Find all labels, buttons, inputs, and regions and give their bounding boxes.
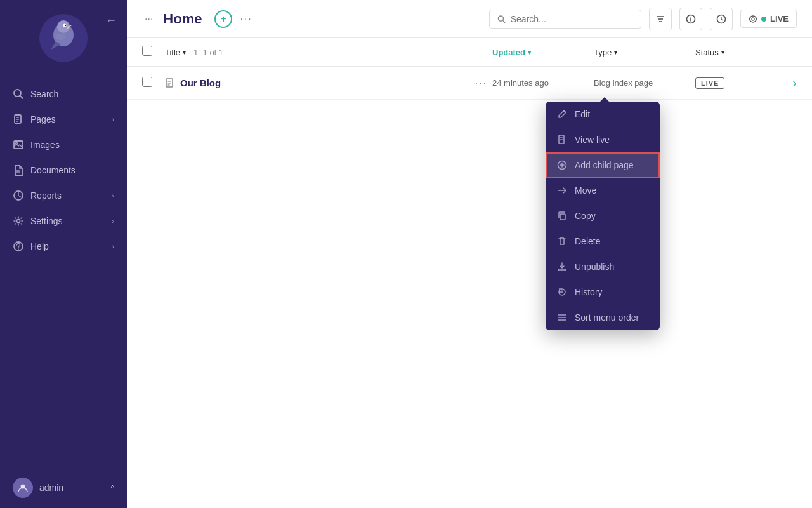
svg-line-9 xyxy=(20,96,23,99)
sidebar-item-reports[interactable]: Reports › xyxy=(0,183,127,208)
chevron-right-icon: › xyxy=(112,116,114,123)
menu-item-label: Add child page xyxy=(575,160,634,170)
document-icon xyxy=(557,135,567,145)
user-menu[interactable]: admin ^ xyxy=(0,467,127,508)
row-checkbox[interactable] xyxy=(142,77,152,87)
page-type-icon xyxy=(165,78,175,88)
dropdown-arrow xyxy=(599,97,610,102)
column-status[interactable]: Status ▾ xyxy=(695,48,771,57)
context-menu-history[interactable]: History xyxy=(546,279,660,305)
context-menu-edit[interactable]: Edit xyxy=(546,102,660,127)
context-menu-move[interactable]: Move xyxy=(546,178,660,203)
sidebar-item-help[interactable]: Help › xyxy=(0,234,127,259)
status-badge: LIVE xyxy=(695,77,724,89)
menu-item-label: View live xyxy=(575,135,610,145)
search-box xyxy=(489,10,641,29)
settings-icon xyxy=(13,215,24,227)
row-updated: 24 minutes ago xyxy=(492,78,594,88)
sidebar-item-search[interactable]: Search xyxy=(0,81,127,107)
row-page-title: Our Blog xyxy=(180,77,221,88)
menu-item-label: Move xyxy=(575,185,596,196)
sort-updated-icon: ▾ xyxy=(528,49,531,56)
context-menu-copy[interactable]: Copy xyxy=(546,203,660,229)
context-menu-view-live[interactable]: View live xyxy=(546,127,660,152)
row-more-button[interactable]: ··· xyxy=(475,77,487,89)
sidebar-item-pages[interactable]: Pages › xyxy=(0,107,127,132)
table-row: Our Blog ··· 24 minutes ago Blog index p… xyxy=(127,67,812,100)
sort-type-icon: ▾ xyxy=(614,49,617,56)
column-title: Title ▾ 1–1 of 1 xyxy=(165,48,492,57)
svg-point-7 xyxy=(55,34,65,40)
svg-rect-44 xyxy=(560,214,565,220)
search-input[interactable] xyxy=(511,14,633,24)
search-icon xyxy=(497,15,506,23)
svg-line-24 xyxy=(503,20,505,22)
column-updated[interactable]: Updated ▾ xyxy=(492,48,594,57)
page-header: ··· Home + ··· xyxy=(127,0,812,38)
history-icon xyxy=(557,287,567,297)
filter-button[interactable] xyxy=(649,8,672,30)
context-menu-unpublish[interactable]: Unpublish xyxy=(546,254,660,279)
select-all-checkbox-cell xyxy=(142,46,165,58)
eye-icon xyxy=(749,15,757,23)
history-button[interactable] xyxy=(710,8,733,30)
row-type: Blog index page xyxy=(594,78,695,88)
sidebar-item-label: Reports xyxy=(30,190,62,201)
unpublish-icon xyxy=(557,262,567,272)
sidebar: ← Search xyxy=(0,0,127,508)
svg-point-21 xyxy=(18,248,19,250)
context-menu-delete[interactable]: Delete xyxy=(546,229,660,254)
back-button[interactable]: ··· xyxy=(142,11,155,27)
move-icon xyxy=(557,185,567,196)
clock-icon xyxy=(716,14,726,24)
sidebar-item-label: Pages xyxy=(30,114,56,124)
row-title-cell: Our Blog xyxy=(165,77,475,88)
chevron-right-icon: › xyxy=(112,217,114,225)
user-chevron-icon: ^ xyxy=(111,484,114,491)
sidebar-item-images[interactable]: Images xyxy=(0,132,127,157)
menu-item-label: Sort menu order xyxy=(575,312,639,323)
context-menu-sort-menu[interactable]: Sort menu order xyxy=(546,305,660,330)
live-button[interactable]: LIVE xyxy=(740,10,797,28)
svg-point-19 xyxy=(17,220,20,223)
sort-title-icon: ▾ xyxy=(183,49,186,56)
select-all-checkbox[interactable] xyxy=(142,46,152,56)
sidebar-item-label: Images xyxy=(30,140,60,150)
copy-icon xyxy=(557,211,567,221)
sidebar-item-documents[interactable]: Documents xyxy=(0,157,127,183)
row-navigate-button[interactable]: › xyxy=(771,76,797,90)
sidebar-item-settings[interactable]: Settings › xyxy=(0,208,127,234)
filter-icon xyxy=(655,14,665,24)
sidebar-logo: ← xyxy=(0,0,127,76)
search-icon xyxy=(13,88,24,100)
page-title: Home xyxy=(163,11,202,27)
help-icon xyxy=(13,241,24,252)
avatar xyxy=(13,478,33,498)
context-menu-add-child[interactable]: Add child page xyxy=(546,152,660,178)
more-options-button[interactable]: ··· xyxy=(240,13,252,25)
chevron-right-icon: › xyxy=(112,243,114,250)
menu-order-icon xyxy=(557,312,567,323)
svg-point-5 xyxy=(65,25,66,26)
add-page-button[interactable]: + xyxy=(214,10,232,28)
menu-item-label: Unpublish xyxy=(575,262,614,272)
pencil-icon xyxy=(557,109,567,119)
row-checkbox-cell xyxy=(142,77,165,90)
sort-status-icon: ▾ xyxy=(721,49,724,56)
documents-icon xyxy=(13,164,24,176)
menu-item-label: Copy xyxy=(575,211,596,221)
chevron-right-icon: › xyxy=(112,192,114,199)
trash-icon xyxy=(557,236,567,246)
svg-point-32 xyxy=(752,18,754,20)
username-label: admin xyxy=(39,483,63,493)
live-indicator xyxy=(761,17,766,22)
info-button[interactable] xyxy=(679,8,702,30)
live-label: LIVE xyxy=(770,14,789,23)
reports-icon xyxy=(13,190,24,201)
table-header: Title ▾ 1–1 of 1 Updated ▾ Type ▾ Status… xyxy=(127,38,812,67)
pages-icon xyxy=(13,114,24,125)
sidebar-nav: Search Pages › Images xyxy=(0,76,127,467)
column-type[interactable]: Type ▾ xyxy=(594,48,695,57)
main-content: ··· Home + ··· xyxy=(127,0,812,508)
collapse-button[interactable]: ← xyxy=(103,11,119,30)
